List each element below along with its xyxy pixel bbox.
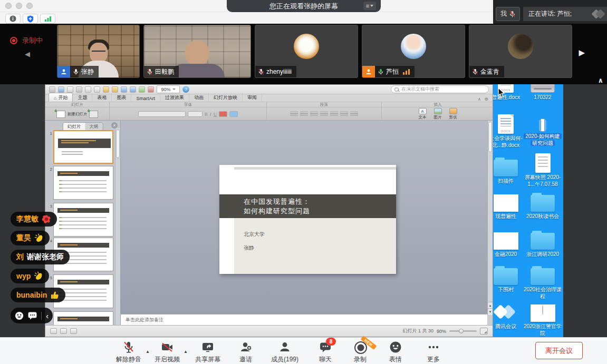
scroll-participants-left-button[interactable]: ◀ (25, 50, 30, 58)
scroll-down-icon[interactable]: ▼ (488, 308, 493, 315)
slide-thumbnail-2[interactable] (53, 166, 113, 200)
leave-meeting-button[interactable]: 离开会议 (535, 342, 583, 359)
current-slide[interactable]: 在中国发现普遍性： 如何构建研究型问题 北京大学 张静 (219, 165, 396, 274)
start-video-button[interactable]: 开启视频 (150, 341, 184, 364)
slideshow-view-button[interactable] (70, 328, 77, 334)
tab-review[interactable]: 审阅 (243, 93, 262, 102)
underline-button[interactable]: U (214, 112, 217, 117)
canvas-scrollbar[interactable]: ▲ ▼ (487, 121, 493, 315)
new-slide-icon[interactable] (56, 111, 65, 118)
unmute-button[interactable]: 解除静音 (112, 341, 146, 364)
open-icon[interactable] (58, 86, 64, 93)
tab-smartart[interactable]: SmartArt (131, 95, 160, 102)
panel-scrollbar[interactable] (115, 128, 120, 337)
new-slide-label[interactable]: 新建幻灯片 (68, 112, 88, 117)
justify-button[interactable] (340, 112, 348, 117)
bold-button[interactable]: B (205, 112, 208, 117)
desktop-icon-xiaweicun[interactable]: 下围村 (493, 263, 526, 293)
audio-options-caret[interactable]: ▲ (146, 349, 150, 354)
format-painter-icon[interactable] (112, 86, 118, 93)
banner-menu-button[interactable]: ≡ (363, 2, 376, 10)
tab-themes[interactable]: 主题 (73, 93, 92, 102)
my-status-box[interactable]: 我 (496, 7, 520, 21)
tab-slideshow[interactable]: 幻灯片放映 (209, 93, 243, 102)
desktop-icon-2020-research-question[interactable]: 2020-如何构建研究问题 (523, 110, 563, 146)
slide-layout-icon[interactable] (89, 111, 98, 118)
fit-slide-button[interactable] (480, 328, 488, 335)
security-button[interactable] (23, 14, 38, 24)
participant-tile-tianyipeng[interactable]: 田毅鹏 (143, 25, 251, 78)
desktop-icon-2020-governance-course[interactable]: 2020社会治理课程 (523, 263, 563, 300)
share-screen-button[interactable]: 共享屏幕 (191, 341, 225, 364)
redo-icon[interactable] (130, 86, 136, 93)
zoom-select[interactable]: 90% (157, 85, 180, 93)
save-icon[interactable] (67, 86, 73, 93)
network-quality-button[interactable] (40, 14, 55, 24)
desktop-icon-jinrong2020[interactable]: 金融2020 (493, 228, 526, 258)
tab-home[interactable]: ⌂ 开始 (49, 93, 73, 102)
collapse-chat-button[interactable]: ‹ (46, 312, 49, 320)
align-center-button[interactable] (320, 112, 328, 117)
align-left-button[interactable] (310, 112, 318, 117)
new-document-icon[interactable] (49, 86, 55, 93)
members-button[interactable]: 成员(199) (268, 341, 302, 364)
close-window-button[interactable] (5, 3, 12, 9)
tab-animations[interactable]: 动画 (189, 93, 209, 102)
insert-picture-button[interactable]: 图片 (434, 108, 442, 120)
slide-thumbnail-3[interactable] (53, 203, 113, 237)
info-button[interactable] (5, 14, 21, 24)
zoom-slider[interactable] (449, 330, 477, 332)
help-button[interactable]: ? (182, 86, 189, 93)
ribbon-gear-icon[interactable]: ⚙ (485, 97, 488, 102)
chat-input-button-icon[interactable] (28, 312, 37, 320)
collapse-ribbon-button[interactable]: ∧ (478, 97, 481, 102)
participant-tile-luheng[interactable]: 芦恒 (362, 25, 465, 78)
tab-tables[interactable]: 表格 (92, 93, 112, 102)
tab-transitions[interactable]: 过渡效果 (160, 93, 189, 102)
sorter-view-button[interactable] (60, 328, 67, 334)
record-button[interactable]: NEW 录制 (343, 341, 377, 364)
insert-shape-button[interactable]: 形状 (449, 108, 457, 120)
undo-icon[interactable] (121, 86, 127, 93)
presentation-search-input[interactable]: 在演示文稿中搜索 (391, 85, 489, 93)
font-color-button[interactable] (219, 111, 227, 117)
emoji-button-icon[interactable] (15, 311, 24, 320)
scroll-participants-right-button[interactable]: ▶ (579, 48, 585, 57)
zoom-window-button[interactable] (26, 3, 33, 9)
minimize-window-button[interactable] (16, 3, 22, 9)
desktop-icon-zhejiang-survey[interactable]: 浙江调研2020 (523, 228, 563, 258)
participant-tile-zhangjing[interactable]: 张静 (57, 25, 140, 78)
desktop-icon-saomiaojian[interactable]: 扫描件 (493, 154, 526, 185)
invite-button[interactable]: 邀请 (229, 341, 263, 364)
ppt-notes-area[interactable]: 单击此处添加备注 (121, 314, 487, 325)
print-icon[interactable] (76, 86, 82, 93)
desktop-icon-screenshot[interactable]: 屏幕快照 2020-1...午7.07.58 (523, 151, 563, 188)
copy-icon[interactable] (94, 86, 100, 93)
italic-button[interactable]: I (210, 112, 211, 117)
view-icon[interactable] (139, 86, 145, 93)
window-controls[interactable] (5, 3, 33, 9)
bullets-button[interactable] (290, 112, 298, 117)
line-spacing-button[interactable] (350, 112, 358, 117)
media-icon[interactable] (148, 86, 154, 93)
desktop-icon-police-college[interactable]: 2020浙江警官学院 (523, 300, 563, 337)
font-size-select[interactable] (188, 111, 203, 117)
normal-view-button[interactable] (50, 328, 57, 334)
paste-icon[interactable] (103, 86, 109, 93)
participant-tile-jinlanqing[interactable]: 金蓝青 (469, 25, 572, 78)
align-right-button[interactable] (330, 112, 338, 117)
desktop-icon-xianpubianxing[interactable]: 现普遍性 (493, 190, 526, 220)
highlight-color-button[interactable] (229, 111, 238, 117)
reactions-button[interactable]: 表情 (379, 341, 412, 364)
chat-button[interactable]: 8 聊天 (309, 341, 342, 364)
insert-text-button[interactable]: A 文本 (419, 108, 427, 120)
tab-charts[interactable]: 图表 (112, 93, 131, 102)
font-name-select[interactable] (138, 111, 186, 117)
numbering-button[interactable] (300, 112, 308, 117)
more-button[interactable]: 更多 (417, 341, 450, 364)
participant-tile-zhenyi[interactable]: zhenyiiiiii (255, 25, 358, 78)
collapse-strip-button[interactable]: ∧ (598, 76, 603, 84)
slide-thumbnail-1[interactable] (53, 130, 113, 164)
desktop-icon-shehuixue-docx[interactable]: DOCX 社会学谈因何-北...静.docx (493, 112, 526, 149)
desktop-icon-2020-reading-club[interactable]: 2020秋读书会 (523, 190, 563, 220)
